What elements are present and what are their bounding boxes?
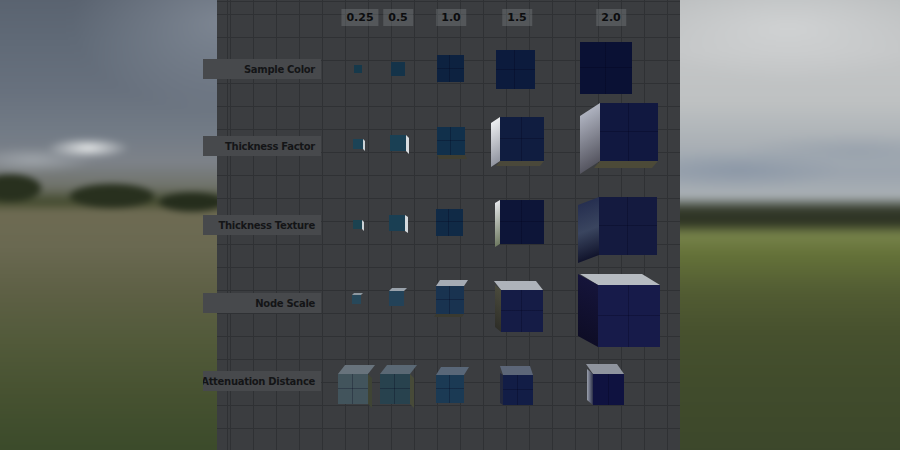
cube-thickness-factor-0.5-front-face (390, 135, 406, 151)
cube-thickness-factor-2.0-bottom-face (594, 161, 658, 168)
cube-thickness-texture-0.25-front-face (353, 220, 362, 229)
row-label-node-scale: Node Scale (203, 293, 321, 313)
row-label-attenuation-distance: Attenuation Distance (203, 371, 321, 391)
cube-sample-color-0.25-front-face (354, 65, 362, 73)
column-header-2.0: 2.0 (596, 9, 626, 26)
cube-thickness-factor-0.25-front-face (353, 139, 363, 149)
background-photo-right (668, 0, 900, 450)
cube-sample-color-1.5-front-face (496, 50, 535, 89)
cube-thickness-texture-2.0-left-face (578, 197, 599, 263)
column-header-1.5: 1.5 (502, 9, 532, 26)
cube-sample-color-0.5-front-face (391, 62, 405, 76)
cube-sample-color-1.0-front-face (437, 55, 464, 82)
cube-thickness-texture-1.5-front-face (500, 200, 544, 244)
cube-thickness-texture-0.5-front-face (389, 215, 405, 231)
cube-attenuation-distance-1.5-top-face (500, 366, 533, 375)
cube-attenuation-distance-1.5-front-face (503, 375, 533, 405)
cube-attenuation-distance-0.5-right-face (410, 374, 414, 408)
cube-attenuation-distance-0.5-front-face (380, 374, 410, 404)
cube-thickness-factor-0.5-right-face (406, 135, 409, 154)
viewport: 0.250.51.01.52.0 Sample ColorThickness F… (0, 0, 900, 450)
row-label-thickness-texture: Thickness Texture (203, 215, 321, 235)
cube-node-scale-1.0-bottom-face (434, 314, 464, 317)
cube-thickness-factor-1.5-left-face (491, 117, 500, 167)
cube-thickness-texture-0.5-right-face (405, 215, 408, 233)
cube-thickness-factor-2.0-front-face (600, 103, 658, 161)
cube-thickness-factor-1.0-front-face (437, 127, 465, 155)
cube-sample-color-2.0-front-face (580, 42, 632, 94)
cube-attenuation-distance-2.0-front-face (593, 374, 624, 405)
cube-node-scale-1.5-front-face (501, 290, 543, 332)
column-header-0.5: 0.5 (383, 9, 413, 26)
cube-attenuation-distance-0.25-right-face (368, 374, 372, 408)
column-header-1.0: 1.0 (436, 9, 466, 26)
cube-node-scale-1.5-top-face (494, 281, 543, 290)
cube-thickness-texture-1.0-front-face (436, 209, 463, 236)
cube-thickness-factor-0.25-right-face (363, 139, 365, 151)
background-photo-left (0, 0, 228, 450)
cube-thickness-factor-1.5-front-face (500, 117, 544, 161)
cube-attenuation-distance-1.0-top-face (436, 367, 469, 375)
row-label-thickness-factor: Thickness Factor (203, 136, 321, 156)
cube-node-scale-1.0-front-face (436, 286, 464, 314)
cube-node-scale-2.0-front-face (598, 285, 660, 347)
row-label-sample-color: Sample Color (203, 59, 321, 79)
column-header-0.25: 0.25 (341, 9, 378, 26)
cube-node-scale-0.5-front-face (389, 291, 404, 306)
cube-attenuation-distance-1.0-front-face (436, 375, 464, 403)
cube-thickness-texture-2.0-front-face (599, 197, 657, 255)
cube-thickness-factor-1.0-bottom-face (437, 155, 467, 159)
cube-node-scale-0.25-front-face (352, 295, 361, 304)
cube-thickness-texture-0.25-right-face (362, 220, 364, 231)
cube-node-scale-2.0-left-face (578, 274, 598, 347)
cube-thickness-factor-1.5-bottom-face (496, 161, 544, 166)
cube-attenuation-distance-0.25-front-face (338, 374, 368, 404)
